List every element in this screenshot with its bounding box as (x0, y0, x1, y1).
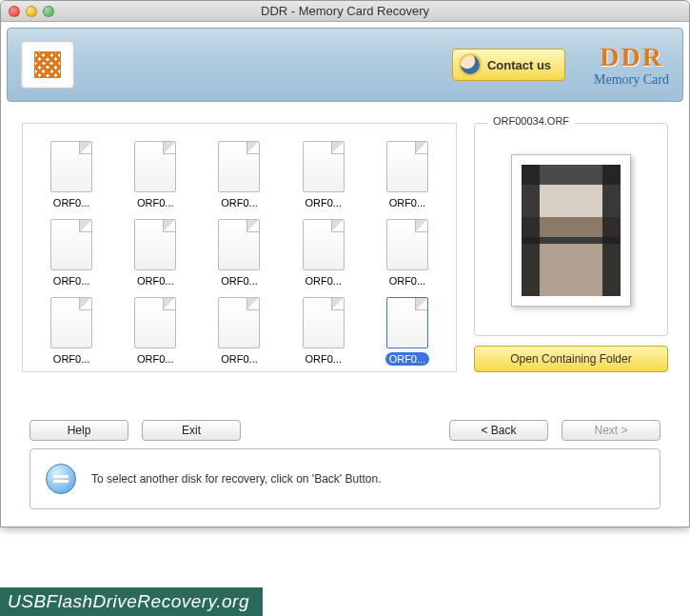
contact-label: Contact us (487, 58, 551, 72)
file-item[interactable]: ORF0... (32, 219, 110, 288)
brand-title: DDR (594, 42, 669, 72)
file-label: ORF0... (385, 274, 430, 288)
preview-filename: ORF00034.ORF (487, 115, 575, 127)
file-icon (386, 219, 428, 270)
file-label: ORF0... (49, 274, 94, 288)
file-item[interactable]: ORF0... (368, 297, 446, 366)
hint-box: To select another disk for recovery, cli… (30, 448, 660, 509)
app-logo (21, 41, 74, 89)
contact-person-icon (459, 53, 482, 76)
file-item[interactable]: ORF0... (285, 219, 363, 288)
file-icon (134, 219, 176, 270)
file-label: ORF0... (133, 196, 178, 209)
exit-button[interactable]: Exit (142, 420, 241, 441)
window-title: DDR - Memory Card Recovery (1, 4, 689, 18)
file-icon (303, 219, 345, 270)
file-item[interactable]: ORF0... (285, 141, 363, 209)
contact-us-button[interactable]: Contact us (452, 49, 565, 81)
back-button[interactable]: < Back (449, 420, 548, 441)
file-label: ORF0... (385, 352, 430, 366)
file-icon (134, 297, 176, 348)
preview-image-content (522, 165, 621, 296)
file-label: ORF0... (49, 352, 94, 366)
footer-url-badge: USBFlashDriveRecovery.org (0, 587, 263, 616)
file-icon (218, 297, 260, 348)
file-label: ORF0... (217, 196, 262, 209)
file-icon (134, 141, 176, 192)
file-item[interactable]: ORF0... (200, 141, 278, 209)
file-icon (218, 141, 260, 192)
brand-block: DDR Memory Card (594, 42, 669, 88)
navigation-buttons: Help Exit < Back Next > (1, 382, 689, 448)
file-label: ORF0... (301, 274, 345, 288)
file-label: ORF0... (301, 352, 345, 366)
titlebar: DDR - Memory Card Recovery (1, 1, 689, 22)
file-label: ORF0... (217, 274, 262, 288)
file-item[interactable]: ORF0... (32, 297, 110, 366)
file-icon (303, 297, 345, 348)
file-icon (50, 141, 92, 192)
file-item[interactable]: ORF0... (116, 219, 194, 288)
file-icon (218, 219, 260, 270)
file-label: ORF0... (133, 352, 178, 366)
file-label: ORF0... (133, 274, 178, 288)
open-containing-folder-button[interactable]: Open Containing Folder (474, 346, 668, 372)
header-banner: Contact us DDR Memory Card (7, 28, 683, 102)
file-grid: ORF0...ORF0...ORF0...ORF0...ORF0...ORF0.… (22, 123, 457, 372)
main-content: ORF0...ORF0...ORF0...ORF0...ORF0...ORF0.… (1, 108, 689, 382)
file-label: ORF0... (301, 196, 345, 209)
file-icon (386, 297, 428, 348)
file-item[interactable]: ORF0... (368, 141, 446, 209)
logo-pattern-icon (34, 51, 61, 78)
preview-panel: ORF00034.ORF Open Containing Folder (474, 123, 668, 372)
file-icon (386, 141, 428, 192)
next-button: Next > (562, 420, 660, 441)
hint-text: To select another disk for recovery, cli… (91, 472, 382, 486)
file-icon (50, 219, 92, 270)
file-item[interactable]: ORF0... (116, 297, 194, 366)
file-item[interactable]: ORF0... (116, 141, 194, 209)
info-icon (46, 464, 76, 494)
file-item[interactable]: ORF0... (32, 141, 110, 209)
file-item[interactable]: ORF0... (200, 219, 278, 288)
file-label: ORF0... (217, 352, 262, 366)
app-window: DDR - Memory Card Recovery Contact us DD… (0, 0, 690, 527)
preview-frame (474, 123, 668, 336)
help-button[interactable]: Help (30, 420, 128, 441)
file-label: ORF0... (385, 196, 430, 209)
file-item[interactable]: ORF0... (200, 297, 278, 366)
file-icon (303, 141, 345, 192)
file-item[interactable]: ORF0... (368, 219, 446, 288)
brand-subtitle: Memory Card (594, 72, 669, 88)
preview-thumbnail (511, 154, 631, 307)
file-label: ORF0... (49, 196, 94, 209)
file-icon (50, 297, 92, 348)
file-item[interactable]: ORF0... (285, 297, 363, 366)
